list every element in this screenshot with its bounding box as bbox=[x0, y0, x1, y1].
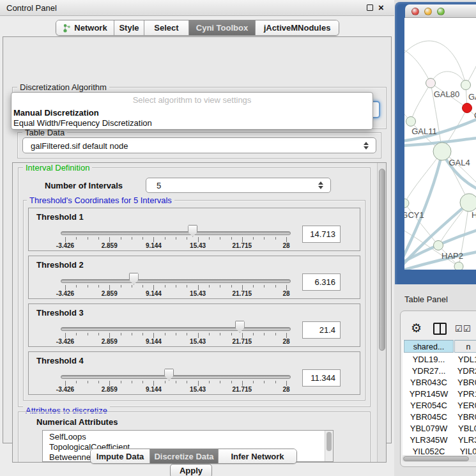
table-cell[interactable]: YDR27... bbox=[404, 365, 454, 377]
zoom-traffic-light-icon[interactable] bbox=[437, 8, 445, 15]
threshold-value-field[interactable]: 11.344 bbox=[302, 369, 341, 387]
tab-impute-data[interactable]: Impute Data bbox=[91, 449, 150, 463]
table-cell[interactable]: YLR345W bbox=[404, 434, 454, 446]
slider-track[interactable] bbox=[61, 327, 291, 331]
slider-tick-label: 28 bbox=[282, 338, 289, 345]
slider-tick bbox=[198, 285, 199, 290]
table-cell[interactable]: YBR0 bbox=[454, 411, 476, 423]
slider-tick bbox=[142, 333, 143, 335]
table-panel-title: Table Panel bbox=[404, 295, 448, 304]
network-node-label[interactable]: GCY1 bbox=[404, 210, 424, 220]
slider-track[interactable] bbox=[61, 231, 291, 235]
table-hscroll-thumb[interactable] bbox=[403, 456, 469, 461]
table-cell[interactable]: YPR1 bbox=[454, 388, 476, 400]
table-cell[interactable]: YBR043C bbox=[404, 377, 454, 388]
network-node[interactable] bbox=[404, 199, 409, 208]
table-cell[interactable]: YIL0 bbox=[454, 446, 476, 455]
network-node-label[interactable]: GAL4 bbox=[449, 158, 470, 167]
table-cell[interactable]: YBL0 bbox=[454, 423, 476, 434]
slider-thumb[interactable] bbox=[188, 225, 197, 237]
slider-track[interactable] bbox=[61, 375, 291, 379]
network-node-label[interactable]: GAL80 bbox=[434, 89, 459, 99]
table-cell[interactable]: YDL1 bbox=[454, 354, 476, 365]
control-panel-titlebar: Control Panel × bbox=[0, 0, 394, 16]
threshold-value-field[interactable]: 21.4 bbox=[302, 321, 341, 339]
network-node-label[interactable]: GA bbox=[468, 92, 476, 102]
network-node[interactable] bbox=[460, 194, 476, 211]
threshold-value-field[interactable]: 6.316 bbox=[302, 273, 341, 291]
slider-thumb[interactable] bbox=[235, 321, 245, 333]
threshold-value-field[interactable]: 14.713 bbox=[302, 226, 341, 243]
network-node[interactable] bbox=[406, 117, 416, 127]
attribute-list-item[interactable]: SelfLoops bbox=[49, 432, 86, 441]
slider-tick bbox=[242, 381, 243, 386]
network-node[interactable] bbox=[426, 79, 436, 88]
network-node[interactable] bbox=[454, 262, 463, 270]
network-node-label[interactable]: HAP2 bbox=[441, 251, 463, 261]
tab-style[interactable]: Style bbox=[114, 20, 144, 35]
table-cell[interactable]: YER0 bbox=[454, 400, 476, 411]
algorithm-dropdown-popup: Select algorithm to view settings Manual… bbox=[11, 92, 373, 130]
network-window-titlebar[interactable] bbox=[405, 4, 476, 18]
num-intervals-label: Number of Intervals bbox=[45, 181, 123, 190]
list-scrollbar[interactable] bbox=[325, 431, 333, 461]
slider-tick bbox=[187, 381, 187, 383]
network-window[interactable]: GAL80GACGAL11GAL4GCY1HAHAP2 bbox=[395, 2, 476, 284]
tab-label: Network bbox=[74, 23, 107, 33]
float-window-icon[interactable] bbox=[367, 4, 373, 11]
slider-thumb[interactable] bbox=[129, 273, 139, 285]
table-cell[interactable]: YBR045C bbox=[404, 411, 454, 423]
close-traffic-light-icon[interactable] bbox=[411, 8, 419, 15]
table-cell[interactable]: YIL052C bbox=[404, 446, 454, 455]
slider-tick bbox=[231, 237, 232, 240]
num-intervals-combo[interactable]: 5 bbox=[146, 178, 331, 193]
slider-tick bbox=[153, 285, 154, 290]
algorithm-option[interactable]: Equal Width/Frequency Discretization bbox=[13, 118, 152, 128]
slider-tick bbox=[176, 237, 176, 240]
gear-icon[interactable]: ⚙ bbox=[411, 322, 422, 334]
table-cell[interactable]: YLR3 bbox=[454, 434, 476, 446]
slider-tick bbox=[209, 285, 210, 288]
column-header[interactable]: n bbox=[454, 340, 476, 353]
network-node-label[interactable]: HA bbox=[472, 210, 476, 220]
table-horizontal-scrollbar[interactable] bbox=[402, 456, 476, 462]
slider-thumb[interactable] bbox=[164, 369, 174, 381]
tab-label: Infer Network bbox=[231, 452, 284, 461]
node-table[interactable]: shared...nYDL19...YDL1YDR27...YDR2YBR043… bbox=[403, 340, 476, 455]
tab-jactivemnodules[interactable]: jActiveMNodules bbox=[256, 20, 339, 35]
network-node[interactable] bbox=[463, 104, 472, 113]
panel-scrollbar-thumb[interactable] bbox=[379, 169, 385, 351]
table-cell[interactable]: YPR145W bbox=[404, 388, 454, 400]
slider-tick bbox=[132, 285, 132, 288]
slider-track[interactable] bbox=[61, 279, 291, 283]
network-node[interactable] bbox=[434, 241, 443, 250]
table-cell[interactable]: YBL079W bbox=[404, 423, 454, 434]
table-cell[interactable]: YBR0 bbox=[454, 377, 476, 388]
tab-infer-network[interactable]: Infer Network bbox=[219, 449, 296, 463]
control-panel: Control Panel × NetworkStyleSelectCyni T… bbox=[0, 0, 394, 476]
checkbox-icon[interactable]: ☑ bbox=[455, 324, 463, 334]
network-node-label[interactable]: GAL11 bbox=[411, 127, 437, 136]
split-columns-icon[interactable] bbox=[433, 323, 447, 335]
table-panel: ⚙ ☑ ☑ shared...nYDL19...YDL1YDR27...YDR2… bbox=[400, 311, 476, 467]
close-icon[interactable]: × bbox=[378, 2, 384, 13]
column-header[interactable]: shared... bbox=[404, 340, 454, 353]
algorithm-option[interactable]: Manual Discretization bbox=[13, 108, 99, 118]
tab-network[interactable]: Network bbox=[56, 20, 114, 35]
network-canvas[interactable]: GAL80GACGAL11GAL4GCY1HAHAP2 bbox=[404, 18, 476, 270]
apply-button[interactable]: Apply bbox=[170, 464, 212, 476]
table-cell[interactable]: YDR2 bbox=[454, 365, 476, 377]
panel-scrollbar[interactable] bbox=[377, 163, 387, 463]
slider-tick bbox=[76, 333, 77, 335]
table-cell[interactable]: YER054C bbox=[404, 400, 454, 411]
table-data-combo[interactable]: galFiltered.sif default node bbox=[22, 137, 376, 153]
checkbox-icon[interactable]: ☑ bbox=[463, 324, 471, 334]
minimize-traffic-light-icon[interactable] bbox=[424, 8, 432, 15]
tab-discretize-data[interactable]: Discretize Data bbox=[150, 449, 219, 463]
slider-tick bbox=[76, 285, 77, 288]
tab-select[interactable]: Select bbox=[144, 20, 189, 35]
slider-tick bbox=[165, 381, 165, 383]
network-node[interactable] bbox=[461, 81, 471, 90]
table-cell[interactable]: YDL19... bbox=[404, 354, 454, 365]
tab-cyni-toolbox[interactable]: Cyni Toolbox bbox=[189, 20, 256, 35]
